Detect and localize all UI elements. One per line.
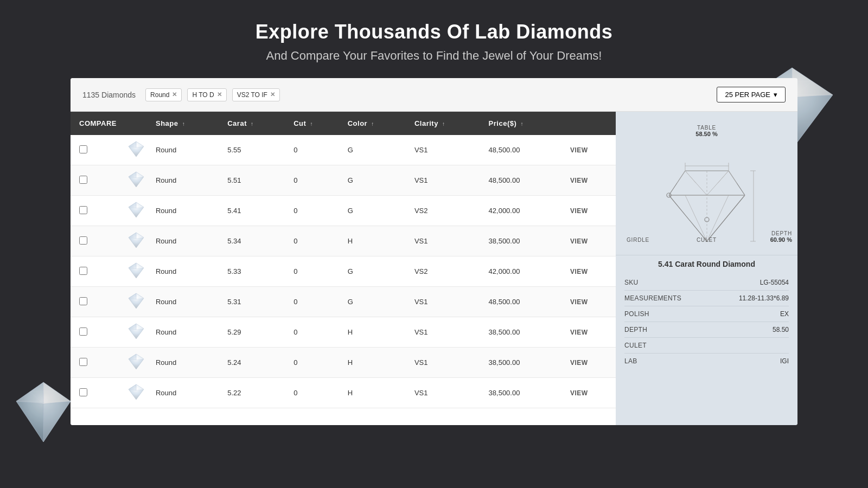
row-view-btn[interactable]: VIEW <box>565 378 616 408</box>
th-price[interactable]: Price($) ↑ <box>483 112 565 135</box>
th-img <box>122 112 150 135</box>
view-button[interactable]: VIEW <box>570 389 588 397</box>
table-row: Round5.240HVS138,500.00VIEW <box>71 348 616 378</box>
spec-measurements-label: MEASUREMENTS <box>624 294 681 302</box>
per-page-button[interactable]: 25 PER PAGE ▾ <box>717 87 786 102</box>
row-clarity: VS2 <box>409 256 483 287</box>
spec-measurements-value: 11.28-11.33*6.89 <box>739 294 789 302</box>
row-carat: 5.34 <box>222 226 288 256</box>
row-shape: Round <box>150 165 222 196</box>
filter-tag-clarity-remove[interactable]: ✕ <box>270 91 275 98</box>
row-checkbox[interactable] <box>79 206 87 214</box>
svg-marker-35 <box>136 233 144 239</box>
svg-marker-23 <box>136 142 144 147</box>
row-carat: 5.41 <box>222 196 288 226</box>
girdle-label-group: GIRDLE <box>627 237 649 243</box>
th-clarity[interactable]: Clarity ↑ <box>409 112 483 135</box>
row-carat: 5.24 <box>222 348 288 378</box>
spec-lab-label: LAB <box>624 357 637 365</box>
row-carat: 5.22 <box>222 378 288 408</box>
view-button[interactable]: VIEW <box>570 146 588 154</box>
view-button[interactable]: VIEW <box>570 268 588 275</box>
filter-tag-clarity[interactable]: VS2 TO IF ✕ <box>232 88 280 101</box>
row-checkbox[interactable] <box>79 176 87 184</box>
filter-tag-round[interactable]: Round ✕ <box>145 88 182 101</box>
svg-line-73 <box>718 171 729 183</box>
svg-marker-1 <box>43 382 71 404</box>
svg-line-68 <box>685 195 707 241</box>
svg-line-63 <box>707 195 745 241</box>
row-clarity: VS1 <box>409 165 483 196</box>
row-view-btn[interactable]: VIEW <box>565 256 616 287</box>
row-checkbox[interactable] <box>79 388 87 396</box>
spec-culet-label: CULET <box>624 342 647 349</box>
table-row: Round5.220HVS138,500.00VIEW <box>71 378 616 408</box>
row-checkbox[interactable] <box>79 236 87 245</box>
view-button[interactable]: VIEW <box>570 298 588 306</box>
row-color: G <box>342 256 409 287</box>
row-cut: 0 <box>288 196 342 226</box>
spec-polish-label: POLISH <box>624 310 649 318</box>
filter-tag-color-remove[interactable]: ✕ <box>217 91 222 98</box>
row-price: 38,500.00 <box>483 348 565 378</box>
th-carat[interactable]: Carat ↑ <box>222 112 288 135</box>
spec-row-culet: CULET <box>624 338 789 354</box>
sort-color-icon: ↑ <box>371 121 374 127</box>
filter-tag-color[interactable]: H TO D ✕ <box>187 88 226 101</box>
row-view-btn[interactable]: VIEW <box>565 196 616 226</box>
row-checkbox[interactable] <box>79 145 87 153</box>
row-checkbox[interactable] <box>79 328 87 336</box>
svg-marker-55 <box>136 384 144 390</box>
th-cut[interactable]: Cut ↑ <box>288 112 342 135</box>
sort-carat-icon: ↑ <box>251 121 254 127</box>
table-left: COMPARE Shape ↑ Carat ↑ Cut <box>71 112 616 425</box>
view-button[interactable]: VIEW <box>570 237 588 245</box>
row-cut: 0 <box>288 135 342 165</box>
svg-marker-43 <box>136 293 144 299</box>
row-checkbox[interactable] <box>79 267 87 275</box>
svg-marker-48 <box>129 324 136 330</box>
main-card: 1135 Diamonds Round ✕ H TO D ✕ VS2 TO IF… <box>71 78 797 425</box>
svg-line-70 <box>677 171 685 183</box>
page-title: Explore Thousands Of Lab Diamonds <box>0 21 868 43</box>
row-carat: 5.55 <box>222 135 288 165</box>
row-view-btn[interactable]: VIEW <box>565 317 616 348</box>
spec-sku-label: SKU <box>624 279 639 286</box>
view-button[interactable]: VIEW <box>570 177 588 184</box>
svg-marker-32 <box>129 202 136 208</box>
row-view-btn[interactable]: VIEW <box>565 165 616 196</box>
row-cut: 0 <box>288 378 342 408</box>
row-view-btn[interactable]: VIEW <box>565 226 616 256</box>
sort-price-icon: ↑ <box>520 121 524 127</box>
row-color: H <box>342 226 409 256</box>
row-color: G <box>342 287 409 317</box>
row-checkbox[interactable] <box>79 358 87 366</box>
view-button[interactable]: VIEW <box>570 207 588 215</box>
row-color: H <box>342 348 409 378</box>
diamonds-table: COMPARE Shape ↑ Carat ↑ Cut <box>71 112 616 408</box>
svg-marker-27 <box>136 172 144 178</box>
row-price: 48,500.00 <box>483 135 565 165</box>
th-color[interactable]: Color ↑ <box>342 112 409 135</box>
svg-marker-4 <box>43 401 71 442</box>
view-button[interactable]: VIEW <box>570 329 588 336</box>
view-button[interactable]: VIEW <box>570 359 588 367</box>
row-diamond-icon <box>122 256 150 287</box>
row-cut: 0 <box>288 165 342 196</box>
th-shape[interactable]: Shape ↑ <box>150 112 222 135</box>
row-view-btn[interactable]: VIEW <box>565 348 616 378</box>
row-price: 38,500.00 <box>483 317 565 348</box>
row-shape: Round <box>150 287 222 317</box>
row-carat: 5.33 <box>222 256 288 287</box>
row-diamond-icon <box>122 165 150 196</box>
filter-tag-round-remove[interactable]: ✕ <box>172 91 177 98</box>
row-cut: 0 <box>288 317 342 348</box>
svg-line-71 <box>685 171 696 183</box>
spec-row-lab: LAB IGI <box>624 354 789 369</box>
row-view-btn[interactable]: VIEW <box>565 287 616 317</box>
table-header-row: COMPARE Shape ↑ Carat ↑ Cut <box>71 112 616 135</box>
spec-row-measurements: MEASUREMENTS 11.28-11.33*6.89 <box>624 291 789 306</box>
svg-marker-51 <box>136 354 144 360</box>
row-checkbox[interactable] <box>79 297 87 305</box>
row-view-btn[interactable]: VIEW <box>565 135 616 165</box>
